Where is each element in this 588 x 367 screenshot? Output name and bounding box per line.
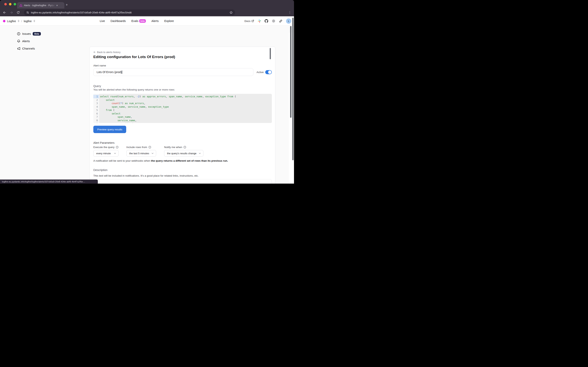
webhook-note: A notification will be sent to your webh…: [93, 159, 228, 162]
logfire-favicon-icon: [19, 4, 22, 7]
logfire-logo-icon: [3, 19, 6, 23]
code-lines: select round(num_errors, -2) as approx_e…: [99, 94, 272, 123]
chevron-down-icon: [114, 153, 116, 154]
external-link-icon: [251, 20, 254, 22]
evals-beta-badge: beta: [139, 19, 146, 23]
sidebar-item-issues[interactable]: Issues Beta: [17, 32, 41, 35]
alert-name-label: Alert name: [93, 64, 106, 67]
docs-link[interactable]: Docs: [244, 20, 254, 23]
page-title: Editing configuration for Lots Of Errors…: [93, 55, 175, 59]
breadcrumb-separator: /: [21, 19, 22, 23]
sidebar-item-channels[interactable]: Channels: [17, 47, 35, 50]
site-settings-icon[interactable]: [26, 11, 29, 14]
forward-icon[interactable]: [9, 11, 13, 14]
status-url-tooltip: logfire-eu.pydantic.info/logfire/logfire…: [0, 180, 98, 184]
alert-parameters-heading: Alert Parameters: [93, 141, 115, 144]
svg-text:?: ?: [184, 146, 185, 148]
nav-evals[interactable]: Evalsbeta: [131, 19, 146, 23]
active-toggle[interactable]: [265, 70, 272, 74]
alert-edit-card: Back to alerts history Editing configura…: [89, 47, 275, 184]
slack-icon[interactable]: [258, 19, 261, 23]
bookmark-star-icon[interactable]: [230, 11, 233, 14]
main-nav: Live Dashboards Evalsbeta Alerts Explore: [100, 16, 174, 26]
chevron-down-icon: [152, 153, 153, 154]
browser-window: Alerts · logfire/logfire · Pydant × + lo…: [0, 0, 294, 184]
browser-toolbar: logfire-eu.pydantic.info/logfire/logfire…: [0, 8, 294, 16]
nav-explore[interactable]: Explore: [164, 19, 174, 23]
app-header: Logfire / logfire Live Dashboards Evalsb…: [0, 16, 294, 26]
tab-title: Alerts · logfire/logfire · Pydant: [24, 4, 55, 7]
execute-query-select[interactable]: every minute: [93, 150, 119, 157]
query-heading: Query: [93, 84, 101, 88]
sidebar-item-label: Channels: [22, 47, 35, 50]
bell-icon: [17, 39, 20, 43]
reload-icon[interactable]: [16, 11, 20, 14]
org-selector-chevrons-icon[interactable]: [18, 20, 19, 22]
share-link-icon[interactable]: [279, 19, 282, 23]
svg-text:?: ?: [149, 146, 150, 148]
help-icon[interactable]: ?: [116, 146, 119, 149]
preview-query-button[interactable]: Preview query results: [93, 126, 126, 133]
issues-beta-badge: Beta: [33, 32, 41, 35]
notify-when-label: Notify me when: [164, 146, 182, 149]
issues-badge-alert-icon: [17, 32, 20, 35]
url-text[interactable]: logfire-eu.pydantic.info/logfire/logfire…: [31, 11, 230, 14]
query-code-editor[interactable]: 123456789 select round(num_errors, -2) a…: [93, 94, 272, 123]
new-tab-button[interactable]: +: [66, 3, 68, 7]
back-arrow-icon: [93, 51, 96, 53]
tab-close-icon[interactable]: ×: [56, 4, 58, 7]
include-rows-label: Include rows from: [126, 146, 147, 149]
description-helper: This text will be included in notificati…: [93, 174, 198, 177]
help-icon[interactable]: ?: [183, 146, 186, 149]
header-actions: Docs L: [244, 16, 291, 26]
description-heading: Description: [93, 168, 108, 172]
svg-text:?: ?: [117, 146, 118, 148]
sidebar-item-label: Alerts: [22, 39, 30, 43]
zoom-window-button[interactable]: [14, 3, 16, 5]
url-bar[interactable]: logfire-eu.pydantic.info/logfire/logfire…: [24, 9, 235, 16]
content-scrollbar[interactable]: [290, 26, 291, 118]
query-subtitle: You will be alerted when the following q…: [93, 88, 175, 91]
execute-query-label: Execute the query: [93, 146, 115, 149]
alert-name-input[interactable]: Lots Of Errors (prod): [93, 68, 253, 76]
active-label: Active: [256, 71, 264, 74]
text-cursor: [122, 71, 122, 74]
browser-menu-icon[interactable]: ⋮: [288, 11, 291, 14]
back-to-alerts-link[interactable]: Back to alerts history: [93, 51, 120, 54]
user-avatar[interactable]: L: [286, 18, 291, 24]
back-icon[interactable]: [3, 11, 6, 14]
code-gutter: 123456789: [93, 94, 99, 123]
nav-live[interactable]: Live: [100, 19, 105, 23]
page-scrollbar[interactable]: [292, 18, 294, 160]
minimize-window-button[interactable]: [9, 3, 11, 5]
sidebar-item-label: Issues: [22, 32, 31, 35]
org-selector[interactable]: Logfire: [7, 19, 16, 23]
traffic-lights: [4, 3, 16, 5]
code-scrollbar[interactable]: [270, 48, 271, 59]
github-icon[interactable]: [265, 19, 268, 23]
help-icon[interactable]: ?: [148, 146, 151, 149]
theme-sun-icon[interactable]: [272, 19, 275, 23]
close-window-button[interactable]: [4, 3, 7, 5]
nav-alerts[interactable]: Alerts: [152, 19, 159, 23]
include-rows-select[interactable]: the last 5 minutes: [126, 150, 156, 157]
megaphone-icon: [17, 47, 20, 50]
workspace-breadcrumb: Logfire / logfire: [3, 16, 35, 26]
nav-dashboards[interactable]: Dashboards: [111, 19, 126, 23]
project-selector-chevrons-icon[interactable]: [34, 20, 35, 22]
project-selector[interactable]: logfire: [24, 19, 32, 23]
chevron-down-icon: [199, 153, 201, 154]
logfire-app: Logfire / logfire Live Dashboards Evalsb…: [0, 16, 294, 184]
browser-tab[interactable]: Alerts · logfire/logfire · Pydant ×: [17, 2, 64, 8]
notify-when-select[interactable]: the query's results change: [164, 150, 203, 157]
browser-tab-bar: Alerts · logfire/logfire · Pydant × +: [0, 0, 294, 8]
sidebar-item-alerts[interactable]: Alerts: [17, 39, 30, 43]
description-textarea[interactable]: [93, 179, 272, 184]
